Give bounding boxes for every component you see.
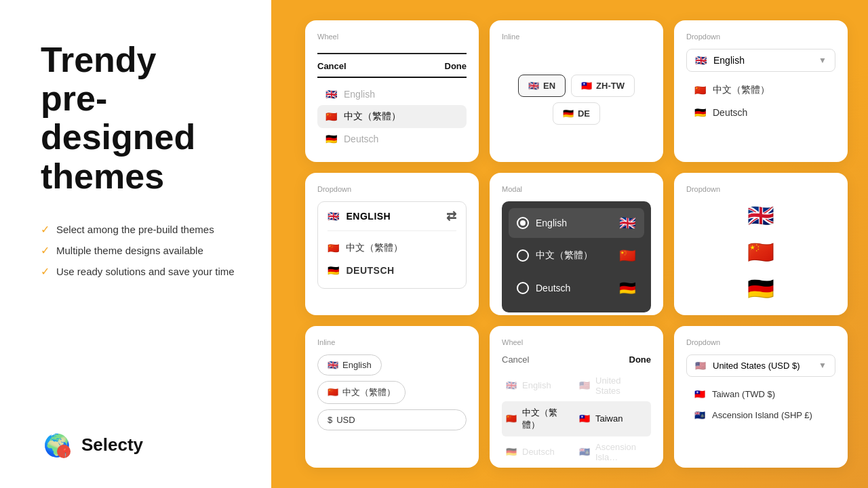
dropdown1-item-cn[interactable]: 🇨🇳 中文（繁體） (686, 79, 835, 102)
flag-de-1: 🇩🇪 (326, 134, 337, 144)
wheel2-col-cn-country: 🇹🇼 Taiwan (579, 413, 647, 424)
inline2-btn-chinese[interactable]: 🇨🇳 中文（繁體） (317, 381, 406, 404)
card-wheel-2: Wheel Cancel Done 🇬🇧 English 🇺🇸 United S… (490, 326, 663, 468)
modal1-item-deutsch[interactable]: Deutsch 🇩🇪 (509, 273, 644, 303)
wheel1-label: Wheel (317, 33, 467, 41)
inline1-btn-de[interactable]: 🇩🇪 DE (553, 102, 600, 125)
card-dropdown-1: Dropdown 🇬🇧 English ▼ 🇨🇳 中文（繁體） 🇩🇪 Deuts… (674, 20, 848, 162)
globe-icon: 🌍 📍 (41, 428, 73, 461)
inline1-btn-zhtw[interactable]: 🇹🇼 ZH-TW (571, 75, 635, 97)
svg-text:📍: 📍 (60, 447, 71, 458)
flag-gb-w2: 🇬🇧 (506, 380, 517, 390)
flag-de-dd2: 🇩🇪 (328, 265, 340, 276)
flag-tw-dd3: 🇹🇼 (694, 389, 705, 399)
wheel2-col-en-country: 🇺🇸 United States (579, 375, 647, 396)
dropdown3-label: Dropdown (686, 338, 835, 346)
card-inline-1: Inline 🇬🇧 EN 🇹🇼 ZH-TW 🇩🇪 DE (490, 20, 663, 162)
card-dropdown-3: Dropdown 🇺🇸 United States (USD $) ▼ 🇹🇼 T… (674, 326, 848, 468)
wheel2-label: Wheel (502, 338, 651, 346)
feature-item-1: ✓ Select among the pre-build themes (41, 223, 244, 236)
radio-chinese (517, 249, 529, 262)
wheel2-cancel[interactable]: Cancel (502, 354, 529, 365)
flag-tw-inline1: 🇹🇼 (581, 81, 592, 91)
wheel1-cancel[interactable]: Cancel (317, 61, 347, 71)
main-title: Trendy pre-designed themes (41, 41, 244, 196)
flag-cn-inline2: 🇨🇳 (328, 387, 338, 397)
flag-us-dd3: 🇺🇸 (695, 361, 706, 371)
wheel2-col-en-lang: 🇬🇧 English (506, 380, 574, 390)
left-panel: Trendy pre-designed themes ✓ Select amon… (0, 0, 271, 488)
brand-logo: 🌍 📍 (41, 428, 73, 461)
dropdown2-item-de[interactable]: 🇩🇪 DEUTSCH (328, 260, 456, 281)
modal1-flag-gb: 🇬🇧 (619, 215, 636, 231)
dropdown3-selected[interactable]: 🇺🇸 United States (USD $) ▼ (686, 354, 835, 377)
wheel2-row-deutsch: 🇩🇪 Deutsch 🇦🇨 Ascension Isla… (502, 436, 651, 468)
wheel1-item-deutsch: 🇩🇪 Deutsch (317, 128, 467, 150)
wheel1-item-chinese[interactable]: 🇨🇳 中文（繁體） (317, 105, 467, 128)
check-icon-1: ✓ (41, 223, 50, 236)
wheel2-col-de-country: 🇦🇨 Ascension Isla… (579, 442, 647, 462)
wheel2-done[interactable]: Done (629, 354, 652, 365)
card-modal: Modal English 🇬🇧 中文（繁體） 🇨🇳 Deutsch 🇩🇪 (490, 173, 663, 314)
inline1-btn-en[interactable]: 🇬🇧 EN (518, 75, 566, 97)
wheel2-col-cn-lang: 🇨🇳 中文（繁體） (506, 407, 574, 431)
check-icon-2: ✓ (41, 244, 50, 257)
inline1-content: 🇬🇧 EN 🇹🇼 ZH-TW 🇩🇪 DE (502, 49, 651, 150)
radio-english-inner (520, 220, 526, 226)
flag-ac-dd3: 🇦🇨 (694, 410, 705, 420)
dropdown1-selected[interactable]: 🇬🇧 English ▼ (686, 49, 835, 72)
card-flags: Dropdown 🇬🇧 🇨🇳 🇩🇪 (674, 173, 848, 314)
inline2-btn-english[interactable]: 🇬🇧 English (317, 354, 382, 375)
dropdown2-selected[interactable]: 🇬🇧 ENGLISH ⇄ (328, 209, 456, 231)
modal1-label: Modal (502, 185, 651, 193)
wheel1-done[interactable]: Done (445, 61, 467, 71)
wheel2-header: Cancel Done (502, 354, 651, 365)
flag-gb-1: 🇬🇧 (326, 89, 337, 100)
flags1-item-gb[interactable]: 🇬🇧 (747, 203, 774, 228)
flag-gb-inline1: 🇬🇧 (528, 81, 539, 91)
card-inline-2: Inline 🇬🇧 English 🇨🇳 中文（繁體） $ USD (305, 326, 479, 468)
check-icon-3: ✓ (41, 265, 50, 278)
dropdown1-item-de[interactable]: 🇩🇪 Deutsch (686, 102, 835, 123)
flag-de-w2: 🇩🇪 (506, 447, 517, 457)
modal1-body: English 🇬🇧 中文（繁體） 🇨🇳 Deutsch 🇩🇪 (502, 201, 651, 312)
modal1-item-english[interactable]: English 🇬🇧 (509, 208, 644, 238)
modal1-flag-cn: 🇨🇳 (619, 247, 636, 264)
dropdown2-box: 🇬🇧 ENGLISH ⇄ 🇨🇳 中文（繁體） 🇩🇪 DEUTSCH (317, 201, 467, 289)
flags1-label: Dropdown (686, 185, 835, 193)
translate-icon: ⇄ (446, 209, 457, 224)
card-wheel-1: Wheel Cancel Done 🇬🇧 English 🇨🇳 中文（繁體） 🇩… (305, 20, 479, 162)
inline2-currency-btn[interactable]: $ USD (317, 409, 467, 430)
flag-tw-w2: 🇹🇼 (579, 413, 590, 424)
flag-ac-w2: 🇦🇨 (579, 447, 590, 457)
dropdown1-label: Dropdown (686, 33, 835, 41)
currency-text: USD (336, 415, 355, 425)
dropdown2-label: Dropdown (317, 185, 467, 193)
inline1-buttons: 🇬🇧 EN 🇹🇼 ZH-TW 🇩🇪 DE (502, 75, 651, 125)
dropdown2-item-cn[interactable]: 🇨🇳 中文（繁體） (328, 237, 456, 260)
dropdown3-item-ac[interactable]: 🇦🇨 Ascension Island (SHP £) (686, 405, 835, 426)
wheel2-row-chinese[interactable]: 🇨🇳 中文（繁體） 🇹🇼 Taiwan (502, 401, 651, 436)
flag-cn-dd1: 🇨🇳 (694, 85, 706, 96)
modal1-flag-de: 🇩🇪 (619, 280, 636, 296)
flag-cn-1: 🇨🇳 (326, 111, 337, 122)
flag-cn-w2: 🇨🇳 (506, 413, 517, 424)
flag-gb-dd2: 🇬🇧 (328, 211, 340, 222)
flag-gb-dd1: 🇬🇧 (695, 55, 707, 66)
features-list: ✓ Select among the pre-build themes ✓ Mu… (41, 223, 244, 278)
brand: 🌍 📍 Selecty (41, 428, 244, 461)
modal1-item-chinese[interactable]: 中文（繁體） 🇨🇳 (509, 241, 644, 270)
right-panel: Wheel Cancel Done 🇬🇧 English 🇨🇳 中文（繁體） 🇩… (271, 0, 868, 488)
inline1-label: Inline (502, 33, 651, 41)
card-dropdown-2: Dropdown 🇬🇧 ENGLISH ⇄ 🇨🇳 中文（繁體） 🇩🇪 DEUTS… (305, 173, 479, 314)
flag-gb-inline2: 🇬🇧 (328, 360, 338, 370)
dropdown3-item-tw[interactable]: 🇹🇼 Taiwan (TWD $) (686, 384, 835, 405)
feature-item-3: ✓ Use ready solutions and save your time (41, 265, 244, 278)
flag-cn-dd2: 🇨🇳 (328, 243, 339, 253)
flags1-item-cn[interactable]: 🇨🇳 (747, 239, 774, 265)
inline2-label: Inline (317, 338, 467, 346)
flags1-item-de[interactable]: 🇩🇪 (747, 276, 774, 302)
inline2-lang-buttons: 🇬🇧 English 🇨🇳 中文（繁體） (317, 354, 467, 404)
brand-name: Selecty (81, 434, 143, 455)
flag-de-dd1: 🇩🇪 (694, 107, 706, 118)
